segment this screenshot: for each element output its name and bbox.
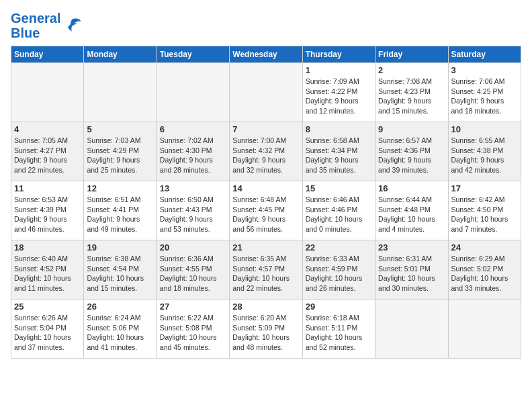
day-number: 2: [378, 65, 445, 75]
day-number: 11: [14, 183, 81, 193]
day-info: Sunrise: 7:09 AM Sunset: 4:22 PM Dayligh…: [306, 77, 372, 116]
calendar-day-cell: 28Sunrise: 6:20 AM Sunset: 5:09 PM Dayli…: [230, 300, 302, 359]
day-header-thursday: Thursday: [302, 46, 375, 63]
calendar-week-row: 18Sunrise: 6:40 AM Sunset: 4:52 PM Dayli…: [11, 240, 521, 300]
calendar-week-row: 11Sunrise: 6:53 AM Sunset: 4:39 PM Dayli…: [11, 181, 521, 240]
calendar-day-cell: 27Sunrise: 6:22 AM Sunset: 5:08 PM Dayli…: [157, 300, 229, 359]
day-info: Sunrise: 7:08 AM Sunset: 4:23 PM Dayligh…: [378, 77, 445, 116]
day-number: 24: [451, 242, 518, 253]
calendar-day-cell: [375, 300, 448, 359]
calendar-day-cell: 21Sunrise: 6:35 AM Sunset: 4:57 PM Dayli…: [230, 240, 302, 300]
calendar-day-cell: 29Sunrise: 6:18 AM Sunset: 5:11 PM Dayli…: [302, 300, 375, 359]
calendar-table: SundayMondayTuesdayWednesdayThursdayFrid…: [11, 46, 521, 359]
calendar-day-cell: 9Sunrise: 6:57 AM Sunset: 4:36 PM Daylig…: [375, 122, 448, 181]
day-info: Sunrise: 6:58 AM Sunset: 4:34 PM Dayligh…: [306, 136, 372, 175]
day-header-sunday: Sunday: [11, 46, 84, 63]
day-info: Sunrise: 6:24 AM Sunset: 5:06 PM Dayligh…: [87, 313, 153, 353]
day-number: 23: [378, 242, 445, 253]
day-info: Sunrise: 6:44 AM Sunset: 4:48 PM Dayligh…: [378, 195, 445, 234]
calendar-day-cell: [11, 63, 84, 122]
calendar-week-row: 4Sunrise: 7:05 AM Sunset: 4:27 PM Daylig…: [11, 122, 521, 181]
logo-text: General Blue: [11, 11, 60, 40]
calendar-day-cell: [157, 63, 229, 122]
calendar-day-cell: 24Sunrise: 6:29 AM Sunset: 5:02 PM Dayli…: [448, 240, 521, 300]
calendar-header-row: SundayMondayTuesdayWednesdayThursdayFrid…: [11, 46, 521, 63]
calendar-day-cell: 26Sunrise: 6:24 AM Sunset: 5:06 PM Dayli…: [84, 300, 157, 359]
day-info: Sunrise: 7:03 AM Sunset: 4:29 PM Dayligh…: [87, 136, 153, 175]
day-number: 8: [306, 124, 372, 134]
calendar-day-cell: 2Sunrise: 7:08 AM Sunset: 4:23 PM Daylig…: [375, 63, 448, 122]
day-info: Sunrise: 7:02 AM Sunset: 4:30 PM Dayligh…: [160, 136, 226, 175]
day-info: Sunrise: 6:20 AM Sunset: 5:09 PM Dayligh…: [232, 313, 299, 353]
day-header-saturday: Saturday: [448, 46, 521, 63]
day-info: Sunrise: 6:51 AM Sunset: 4:41 PM Dayligh…: [87, 195, 153, 234]
day-info: Sunrise: 6:26 AM Sunset: 5:04 PM Dayligh…: [14, 313, 81, 353]
day-number: 1: [306, 65, 372, 75]
calendar-day-cell: 11Sunrise: 6:53 AM Sunset: 4:39 PM Dayli…: [11, 181, 84, 240]
day-info: Sunrise: 7:00 AM Sunset: 4:32 PM Dayligh…: [232, 136, 299, 175]
calendar-day-cell: 8Sunrise: 6:58 AM Sunset: 4:34 PM Daylig…: [302, 122, 375, 181]
calendar-day-cell: 12Sunrise: 6:51 AM Sunset: 4:41 PM Dayli…: [84, 181, 157, 240]
calendar-day-cell: 16Sunrise: 6:44 AM Sunset: 4:48 PM Dayli…: [375, 181, 448, 240]
day-header-monday: Monday: [84, 46, 157, 63]
calendar-day-cell: 5Sunrise: 7:03 AM Sunset: 4:29 PM Daylig…: [84, 122, 157, 181]
day-info: Sunrise: 6:29 AM Sunset: 5:02 PM Dayligh…: [451, 254, 518, 293]
calendar-day-cell: [230, 63, 302, 122]
calendar-day-cell: 23Sunrise: 6:31 AM Sunset: 5:01 PM Dayli…: [375, 240, 448, 300]
day-number: 20: [160, 242, 226, 253]
calendar-day-cell: 7Sunrise: 7:00 AM Sunset: 4:32 PM Daylig…: [230, 122, 302, 181]
day-number: 14: [232, 183, 299, 193]
day-number: 9: [378, 124, 445, 134]
day-number: 13: [160, 183, 226, 193]
day-info: Sunrise: 6:22 AM Sunset: 5:08 PM Dayligh…: [160, 313, 226, 353]
logo: General Blue: [11, 11, 82, 40]
day-number: 15: [306, 183, 372, 193]
day-header-wednesday: Wednesday: [230, 46, 302, 63]
calendar-week-row: 1Sunrise: 7:09 AM Sunset: 4:22 PM Daylig…: [11, 63, 521, 122]
page-header: General Blue: [11, 11, 521, 40]
calendar-day-cell: 13Sunrise: 6:50 AM Sunset: 4:43 PM Dayli…: [157, 181, 229, 240]
day-number: 18: [14, 242, 81, 253]
day-info: Sunrise: 6:42 AM Sunset: 4:50 PM Dayligh…: [451, 195, 518, 234]
day-number: 28: [232, 302, 299, 312]
day-info: Sunrise: 6:50 AM Sunset: 4:43 PM Dayligh…: [160, 195, 226, 234]
day-info: Sunrise: 6:40 AM Sunset: 4:52 PM Dayligh…: [14, 254, 81, 293]
day-info: Sunrise: 6:38 AM Sunset: 4:54 PM Dayligh…: [87, 254, 153, 293]
calendar-day-cell: 15Sunrise: 6:46 AM Sunset: 4:46 PM Dayli…: [302, 181, 375, 240]
day-number: 5: [87, 124, 153, 134]
calendar-day-cell: 1Sunrise: 7:09 AM Sunset: 4:22 PM Daylig…: [302, 63, 375, 122]
day-info: Sunrise: 6:33 AM Sunset: 4:59 PM Dayligh…: [306, 254, 372, 293]
day-number: 10: [451, 124, 518, 134]
day-info: Sunrise: 6:48 AM Sunset: 4:45 PM Dayligh…: [232, 195, 299, 234]
calendar-day-cell: 3Sunrise: 7:06 AM Sunset: 4:25 PM Daylig…: [448, 63, 521, 122]
calendar-day-cell: 14Sunrise: 6:48 AM Sunset: 4:45 PM Dayli…: [230, 181, 302, 240]
calendar-day-cell: 6Sunrise: 7:02 AM Sunset: 4:30 PM Daylig…: [157, 122, 229, 181]
logo-bird-icon: [62, 15, 82, 36]
day-info: Sunrise: 6:35 AM Sunset: 4:57 PM Dayligh…: [232, 254, 299, 293]
calendar-day-cell: 19Sunrise: 6:38 AM Sunset: 4:54 PM Dayli…: [84, 240, 157, 300]
day-info: Sunrise: 6:36 AM Sunset: 4:55 PM Dayligh…: [160, 254, 226, 293]
day-number: 19: [87, 242, 153, 253]
day-info: Sunrise: 6:57 AM Sunset: 4:36 PM Dayligh…: [378, 136, 445, 175]
day-number: 22: [306, 242, 372, 253]
day-info: Sunrise: 6:18 AM Sunset: 5:11 PM Dayligh…: [306, 313, 372, 353]
calendar-day-cell: 20Sunrise: 6:36 AM Sunset: 4:55 PM Dayli…: [157, 240, 229, 300]
calendar-day-cell: 4Sunrise: 7:05 AM Sunset: 4:27 PM Daylig…: [11, 122, 84, 181]
day-number: 17: [451, 183, 518, 193]
day-info: Sunrise: 7:05 AM Sunset: 4:27 PM Dayligh…: [14, 136, 81, 175]
day-info: Sunrise: 7:06 AM Sunset: 4:25 PM Dayligh…: [451, 77, 518, 116]
day-number: 4: [14, 124, 81, 134]
day-number: 29: [306, 302, 372, 312]
day-number: 26: [87, 302, 153, 312]
day-info: Sunrise: 6:53 AM Sunset: 4:39 PM Dayligh…: [14, 195, 81, 234]
calendar-day-cell: 18Sunrise: 6:40 AM Sunset: 4:52 PM Dayli…: [11, 240, 84, 300]
day-info: Sunrise: 6:46 AM Sunset: 4:46 PM Dayligh…: [306, 195, 372, 234]
calendar-day-cell: [448, 300, 521, 359]
day-number: 27: [160, 302, 226, 312]
day-number: 21: [232, 242, 299, 253]
day-number: 6: [160, 124, 226, 134]
day-number: 3: [451, 65, 518, 75]
day-number: 25: [14, 302, 81, 312]
calendar-day-cell: 17Sunrise: 6:42 AM Sunset: 4:50 PM Dayli…: [448, 181, 521, 240]
day-number: 16: [378, 183, 445, 193]
